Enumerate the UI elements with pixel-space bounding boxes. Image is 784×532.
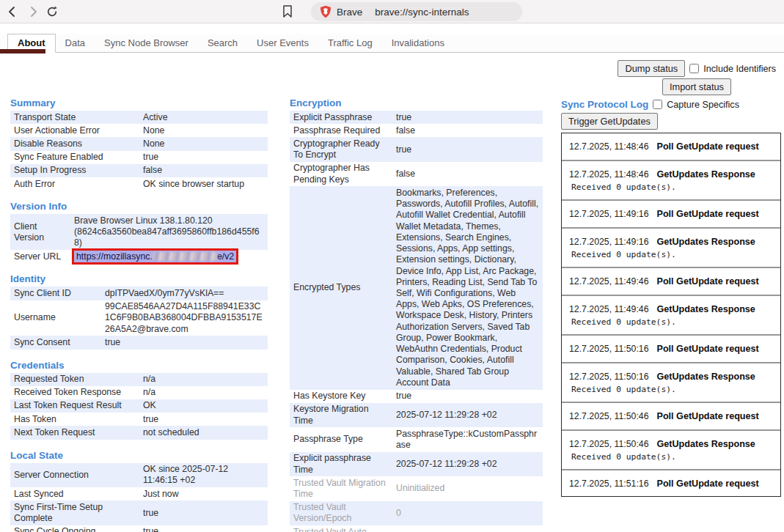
stat-row: Explicit passphrase Time2025-07-12 11:29… — [290, 452, 543, 476]
log-entry[interactable]: 12.7.2025, 11:49:16GetUpdates ResponseRe… — [562, 227, 780, 267]
log-title: Poll GetUpdate request — [657, 209, 759, 219]
tab-sync-node-browser[interactable]: Sync Node Browser — [95, 34, 198, 52]
log-detail: Received 0 update(s). — [569, 182, 774, 192]
log-entry[interactable]: 12.7.2025, 11:49:46Poll GetUpdate reques… — [562, 267, 780, 295]
stat-row: Client VersionBrave Browser Linux 138.1.… — [10, 214, 268, 250]
stats-table-identity: Sync Client IDdplTPVaedX/0ym77yVsKlA==Us… — [10, 287, 268, 349]
stat-label: Passphrase Required — [290, 124, 392, 137]
tab-traffic-log[interactable]: Traffic Log — [318, 34, 382, 52]
tab-search[interactable]: Search — [198, 34, 247, 52]
stats-table-version-info: Client VersionBrave Browser Linux 138.1.… — [10, 214, 268, 263]
stat-label: Requested Token — [10, 373, 139, 386]
dump-status-button[interactable]: Dump status — [618, 60, 685, 77]
stat-value: 2025-07-12 11:29:28 +02 — [392, 403, 543, 427]
log-title: GetUpdates Response — [657, 237, 755, 247]
browser-toolbar: Brave brave://sync-internals — [0, 0, 784, 23]
sync-protocol-log-panel: Sync Protocol Log Capture Specifics Trig… — [561, 99, 781, 497]
back-icon[interactable] — [4, 4, 21, 20]
stat-row: Auth ErrorOK since browser startup — [10, 177, 268, 191]
stat-value: https://mozillasync.e/v2 — [70, 250, 268, 263]
include-identifiers-label: Include Identifiers — [703, 64, 776, 74]
import-status-button[interactable]: Import status — [662, 78, 731, 95]
log-title: GetUpdates Response — [657, 372, 755, 382]
stat-label: User Actionable Error — [10, 124, 139, 137]
stat-value: false — [392, 124, 543, 137]
tab-data[interactable]: Data — [56, 34, 95, 52]
log-entry[interactable]: 12.7.2025, 11:51:16Poll GetUpdate reques… — [562, 469, 780, 497]
stat-label: Trusted Vault Migration Time — [290, 476, 392, 500]
log-entry[interactable]: 12.7.2025, 11:48:46GetUpdates ResponseRe… — [562, 160, 780, 199]
left-stats-column: SummaryTransport StateActiveUser Actiona… — [10, 97, 268, 532]
stat-row: Passphrase TypePassphraseType::kCustomPa… — [290, 427, 543, 451]
bookmark-icon[interactable] — [282, 4, 293, 22]
stat-label: Auth Error — [10, 177, 139, 191]
trigger-getupdates-button[interactable]: Trigger GetUpdates — [561, 113, 658, 130]
stat-label: Passphrase Type — [290, 427, 392, 451]
stat-label: Sync First-Time Setup Complete — [10, 500, 139, 525]
log-title: Poll GetUpdate request — [657, 276, 759, 287]
stat-label: Setup In Progress — [10, 164, 139, 177]
stat-row: Transport StateActive — [10, 111, 268, 124]
stat-label: Trusted Vault Version/Epoch — [290, 501, 392, 525]
stat-row: Username99CAE8546AA27D4A115F88941E33C1C6… — [10, 300, 268, 336]
brave-shield-icon[interactable] — [320, 5, 331, 18]
stat-value: true — [392, 390, 543, 403]
server-url-prefix: https://mozillasync. — [76, 251, 153, 262]
section-title-local-state: Local State — [10, 450, 268, 461]
log-title: Poll GetUpdate request — [657, 141, 759, 152]
log-entry[interactable]: 12.7.2025, 11:50:16GetUpdates ResponseRe… — [562, 362, 780, 402]
log-time: 12.7.2025, 11:48:46 — [569, 141, 649, 152]
stat-row: Sync Consenttrue — [10, 336, 268, 349]
log-entry[interactable]: 12.7.2025, 11:50:46Poll GetUpdate reques… — [562, 402, 780, 429]
url-bar[interactable]: Brave brave://sync-internals — [311, 2, 522, 21]
protocol-log-list[interactable]: 12.7.2025, 11:48:46Poll GetUpdate reques… — [561, 133, 781, 497]
stat-row: Server ConnectionOK since 2025-07-12 11:… — [10, 463, 268, 487]
tab-user-events[interactable]: User Events — [247, 34, 318, 52]
tab-invalidations[interactable]: Invalidations — [382, 34, 454, 52]
stat-row: Sync Client IDdplTPVaedX/0ym77yVsKlA== — [10, 287, 268, 300]
stat-value: true — [139, 500, 268, 525]
section-title-summary: Summary — [10, 97, 268, 108]
stat-label: Trusted Vault Auto Upgrade Group — [290, 525, 392, 532]
log-time: 12.7.2025, 11:49:16 — [569, 209, 649, 219]
sync-protocol-log-title: Sync Protocol Log — [561, 99, 648, 110]
stat-row: Cryptographer Ready To Encrypttrue — [290, 137, 543, 161]
log-entry[interactable]: 12.7.2025, 11:50:46GetUpdates ResponseRe… — [562, 429, 780, 469]
url-text[interactable]: brave://sync-internals — [375, 7, 469, 18]
stat-value: false — [139, 164, 268, 177]
stat-label: Sync Feature Enabled — [10, 151, 139, 164]
stat-value: true — [392, 111, 543, 124]
stat-value: not scheduled — [139, 426, 268, 439]
log-entry[interactable]: 12.7.2025, 11:49:46GetUpdates ResponseRe… — [562, 295, 780, 334]
forward-icon[interactable] — [25, 4, 41, 20]
capture-specifics-checkbox[interactable] — [653, 100, 662, 109]
stat-value: Uninitialized — [392, 525, 543, 532]
log-time: 12.7.2025, 11:50:16 — [569, 344, 649, 354]
stat-value: false — [392, 162, 543, 186]
log-title: GetUpdates Response — [657, 169, 755, 180]
stats-table-encryption: Explicit PassphrasetruePassphrase Requir… — [290, 111, 543, 532]
stat-value: true — [139, 151, 268, 164]
log-time: 12.7.2025, 11:50:16 — [569, 372, 649, 382]
server-url-redaction — [153, 252, 217, 261]
stat-row: Trusted Vault Auto Upgrade GroupUninitia… — [290, 525, 543, 532]
log-entry[interactable]: 12.7.2025, 11:50:16Poll GetUpdate reques… — [562, 334, 780, 362]
reload-icon[interactable] — [44, 4, 60, 20]
log-entry[interactable]: 12.7.2025, 11:48:46Poll GetUpdate reques… — [562, 133, 780, 160]
include-identifiers-checkbox[interactable] — [689, 64, 699, 73]
stat-label: Sync Cycle Ongoing — [10, 525, 139, 532]
stat-value: Uninitialized — [392, 476, 543, 500]
log-title: GetUpdates Response — [657, 304, 755, 314]
stat-row: Encrypted TypesBookmarks, Preferences, P… — [290, 186, 543, 389]
stat-label: Disable Reasons — [10, 137, 139, 150]
log-detail: Received 0 update(s). — [569, 385, 774, 394]
stat-value: PassphraseType::kCustomPassphrase — [392, 427, 543, 451]
stat-value: n/a — [139, 373, 268, 386]
log-detail: Received 0 update(s). — [569, 452, 774, 462]
stat-label: Explicit passphrase Time — [290, 452, 392, 476]
log-time: 12.7.2025, 11:49:46 — [569, 304, 649, 314]
middle-stats-column: EncryptionExplicit PassphrasetruePassphr… — [290, 97, 543, 532]
stat-row: Received Token Responsen/a — [10, 386, 268, 399]
log-time: 12.7.2025, 11:50:46 — [569, 439, 649, 449]
log-entry[interactable]: 12.7.2025, 11:49:16Poll GetUpdate reques… — [562, 199, 780, 227]
